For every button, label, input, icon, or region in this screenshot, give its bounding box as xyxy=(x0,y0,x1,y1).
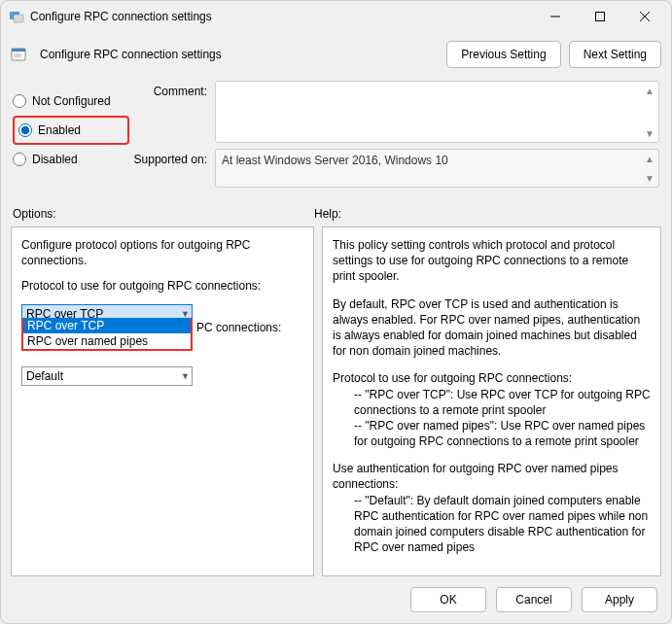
dropdown-option-named-pipes[interactable]: RPC over named pipes xyxy=(23,333,191,349)
protocol-label: Protocol to use for outgoing RPC connect… xyxy=(21,278,303,294)
apply-button[interactable]: Apply xyxy=(582,587,657,612)
state-radios: Not Configured Enabled Disabled xyxy=(13,81,129,193)
supported-label: Supported on: xyxy=(129,149,215,166)
scroll-up-icon[interactable]: ▲ xyxy=(643,84,656,97)
help-p2: By default, RPC over TCP is used and aut… xyxy=(333,296,651,360)
chevron-down-icon: ▼ xyxy=(181,371,190,381)
help-p1: This policy setting controls which proto… xyxy=(333,237,651,285)
svg-rect-3 xyxy=(596,13,605,21)
maximize-button[interactable] xyxy=(578,2,622,31)
radio-disabled-input[interactable] xyxy=(13,153,26,166)
comment-label: Comment: xyxy=(129,81,215,98)
comment-textarea[interactable]: ▲ ▼ xyxy=(215,81,659,143)
previous-setting-button[interactable]: Previous Setting xyxy=(446,41,560,68)
help-p3b: -- "RPC over named pipes": Use RPC over … xyxy=(333,418,651,449)
radio-disabled[interactable]: Disabled xyxy=(13,145,129,174)
options-description: Configure protocol options for outgoing … xyxy=(21,237,303,268)
titlebar: Configure RPC connection settings xyxy=(1,1,671,32)
footer: OK Cancel Apply xyxy=(1,576,671,623)
radio-not-configured[interactable]: Not Configured xyxy=(13,87,129,116)
help-p3a: -- "RPC over TCP": Use RPC over TCP for … xyxy=(333,387,651,418)
radio-not-configured-input[interactable] xyxy=(13,94,26,108)
protocol-dropdown: RPC over TCP RPC over named pipes xyxy=(21,318,193,351)
cancel-button[interactable]: Cancel xyxy=(496,587,572,612)
app-icon xyxy=(9,9,24,24)
radio-enabled-input[interactable] xyxy=(18,123,32,137)
window-title: Configure RPC connection settings xyxy=(30,10,533,23)
radio-enabled-label: Enabled xyxy=(38,123,81,137)
help-text[interactable]: This policy setting controls which proto… xyxy=(333,237,651,566)
window: Configure RPC connection settings Config… xyxy=(0,0,672,624)
radio-disabled-label: Disabled xyxy=(32,153,78,166)
content-row: Configure protocol options for outgoing … xyxy=(1,226,671,576)
options-label: Options: xyxy=(13,207,314,221)
help-p3: Protocol to use for outgoing RPC connect… xyxy=(333,370,651,386)
minimize-button[interactable] xyxy=(533,2,578,31)
dropdown-option-tcp[interactable]: RPC over TCP xyxy=(23,318,191,333)
svg-rect-7 xyxy=(12,49,25,52)
state-area: Not Configured Enabled Disabled Comment:… xyxy=(1,77,671,193)
subheader-title: Configure RPC connection settings xyxy=(40,48,439,61)
supported-box: At least Windows Server 2016, Windows 10… xyxy=(215,149,659,188)
ok-button[interactable]: OK xyxy=(410,587,486,612)
section-labels: Options: Help: xyxy=(1,193,671,226)
scroll-down-icon[interactable]: ▼ xyxy=(643,126,656,140)
close-button[interactable] xyxy=(622,2,667,31)
options-panel: Configure protocol options for outgoing … xyxy=(11,226,314,576)
supported-value: At least Windows Server 2016, Windows 10 xyxy=(222,154,448,167)
subheader: Configure RPC connection settings Previo… xyxy=(1,32,671,77)
scroll-up-icon[interactable]: ▲ xyxy=(643,152,656,165)
svg-rect-1 xyxy=(14,15,23,22)
auth-select[interactable]: Default ▼ xyxy=(21,366,193,386)
help-p4: Use authentication for outgoing RPC over… xyxy=(333,461,651,492)
help-label: Help: xyxy=(314,207,659,221)
meta-column: Comment: ▲ ▼ Supported on: At least Wind… xyxy=(129,81,659,193)
scroll-down-icon[interactable]: ▼ xyxy=(643,171,656,185)
policy-icon xyxy=(11,47,26,62)
connections-suffix: PC connections: xyxy=(196,321,281,334)
radio-not-configured-label: Not Configured xyxy=(32,94,111,108)
next-setting-button[interactable]: Next Setting xyxy=(569,41,661,68)
radio-enabled[interactable]: Enabled xyxy=(13,116,129,145)
help-panel: This policy setting controls which proto… xyxy=(322,226,661,576)
auth-select-value: Default xyxy=(26,369,63,383)
help-p4a: -- "Default": By default domain joined c… xyxy=(333,493,651,556)
